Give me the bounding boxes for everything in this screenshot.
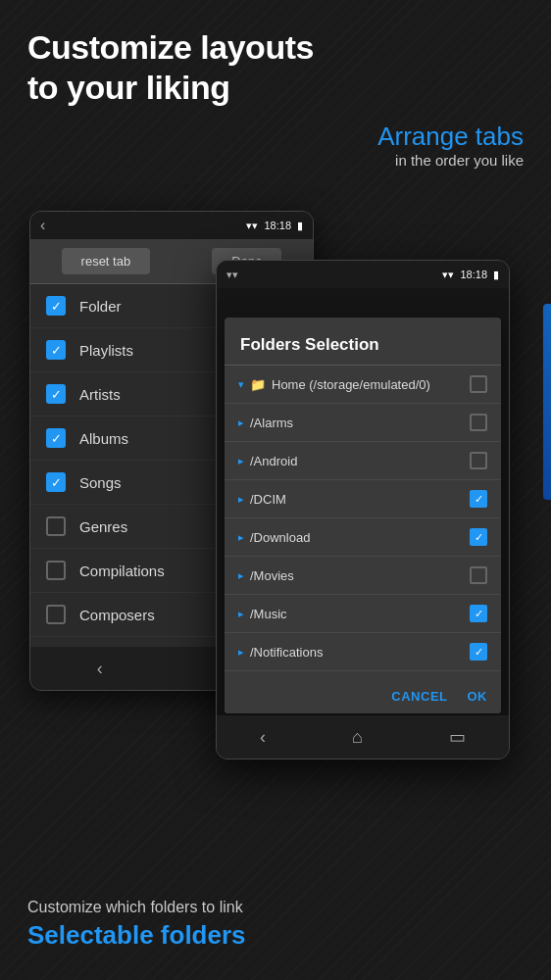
fg-phone-status-bar: ▾▾ ▾▾ 18:18 ▮ [217, 261, 509, 288]
fg-back-nav[interactable]: ‹ [260, 727, 266, 748]
dialog-list-item[interactable]: ▸/Download✓ [225, 518, 501, 557]
expand-arrow-icon: ▸ [238, 569, 244, 582]
item-label: Folder [79, 298, 122, 315]
item-label: Compilations [79, 563, 165, 579]
arrange-subtitle: in the order you like [0, 152, 524, 169]
folder-checkbox[interactable] [470, 375, 487, 393]
folder-label: Home (/storage/emulated/0) [272, 377, 470, 392]
expand-arrow-icon: ▸ [238, 531, 244, 544]
fg-time: 18:18 [460, 269, 487, 280]
dialog-list-item[interactable]: ▸/Pictures [225, 671, 501, 679]
phones-container: ‹ ▾▾ 18:18 ▮ reset tab Done ✓Folder✓Play… [0, 211, 551, 818]
bg-back-icon[interactable]: ‹ [40, 217, 45, 234]
fg-home-nav[interactable]: ⌂ [352, 727, 363, 748]
dialog-list-item[interactable]: ▸/Notifications✓ [225, 633, 501, 671]
checkbox[interactable]: ✓ [46, 340, 66, 360]
expand-arrow-icon: ▾ [238, 378, 244, 391]
folder-checkbox[interactable]: ✓ [470, 643, 487, 661]
item-label: Genres [79, 518, 127, 535]
checkbox[interactable] [46, 561, 66, 580]
expand-arrow-icon: ▸ [238, 608, 244, 620]
arrange-section: Arrange tabs in the order you like [0, 108, 551, 169]
fg-status-icons: ▾▾ 18:18 ▮ [442, 269, 499, 281]
bg-time: 18:18 [264, 220, 291, 231]
bottom-description: Customize which folders to link [27, 899, 246, 916]
folder-label: /Notifications [250, 645, 470, 660]
bg-wifi-icon: ▾▾ [246, 220, 258, 232]
checkbox[interactable] [46, 605, 66, 624]
item-label: Albums [79, 430, 128, 447]
item-label: Artists [79, 386, 121, 403]
folder-label: /Music [250, 607, 470, 621]
checkbox[interactable]: ✓ [46, 472, 66, 492]
folder-label: /Download [250, 530, 470, 545]
folder-label: /Android [250, 454, 470, 468]
fg-battery-icon: ▮ [493, 269, 499, 281]
checkbox[interactable] [46, 516, 66, 536]
folder-checkbox[interactable] [470, 566, 487, 584]
page: Customize layouts to your liking Arrange… [0, 0, 551, 980]
bottom-title: Selectable folders [27, 920, 246, 951]
dialog-list: ▾📁Home (/storage/emulated/0)▸/Alarms▸/An… [225, 366, 501, 679]
folder-checkbox[interactable]: ✓ [470, 490, 487, 508]
dialog-list-item[interactable]: ▸/Music✓ [225, 595, 501, 633]
folder-checkbox[interactable] [470, 452, 487, 469]
fg-wifi-icon: ▾▾ [442, 269, 454, 281]
fg-signal-icon: ▾▾ [226, 269, 238, 281]
dialog-title: Folders Selection [225, 318, 501, 366]
dialog-list-item[interactable]: ▾📁Home (/storage/emulated/0) [225, 366, 501, 404]
bg-phone-status-bar: ‹ ▾▾ 18:18 ▮ [30, 212, 313, 239]
bg-battery-icon: ▮ [297, 220, 303, 232]
dialog-list-item[interactable]: ▸/Alarms [225, 404, 501, 442]
checkbox[interactable]: ✓ [46, 296, 66, 316]
expand-arrow-icon: ▸ [238, 455, 244, 467]
fg-phone: ▾▾ ▾▾ 18:18 ▮ Folders Selection ▾📁Home (… [216, 260, 510, 760]
dialog-actions: CANCEL OK [225, 679, 501, 713]
bottom-section: Customize which folders to link Selectab… [27, 899, 246, 951]
folder-checkbox[interactable]: ✓ [470, 528, 487, 546]
reset-tab-button[interactable]: reset tab [62, 248, 151, 274]
cancel-button[interactable]: CANCEL [391, 689, 447, 704]
hero-section: Customize layouts to your liking [0, 0, 551, 108]
folder-checkbox[interactable]: ✓ [470, 605, 487, 622]
expand-arrow-icon: ▸ [238, 646, 244, 659]
dialog-list-item[interactable]: ▸/Movies [225, 557, 501, 595]
dialog-list-item[interactable]: ▸/DCIM✓ [225, 480, 501, 518]
expand-arrow-icon: ▸ [238, 416, 244, 429]
checkbox[interactable]: ✓ [46, 384, 66, 404]
arrange-title: Arrange tabs [0, 122, 524, 152]
item-label: Songs [79, 474, 122, 491]
folder-label: /Alarms [250, 416, 470, 430]
bg-status-icons: ▾▾ 18:18 ▮ [246, 220, 303, 232]
folder-checkbox[interactable] [470, 414, 487, 431]
folder-label: /DCIM [250, 492, 470, 507]
folders-selection-dialog: Folders Selection ▾📁Home (/storage/emula… [225, 318, 501, 713]
ok-button[interactable]: OK [468, 689, 488, 704]
folder-icon: 📁 [250, 377, 266, 392]
folder-label: /Movies [250, 568, 470, 583]
fg-recent-nav[interactable]: ▭ [449, 726, 466, 748]
bg-back-nav[interactable]: ‹ [97, 659, 103, 679]
dialog-list-item[interactable]: ▸/Android [225, 442, 501, 480]
hero-title: Customize layouts to your liking [27, 27, 524, 108]
fg-nav-bar: ‹ ⌂ ▭ [217, 715, 509, 759]
item-label: Playlists [79, 342, 133, 359]
item-label: Composers [79, 607, 155, 623]
expand-arrow-icon: ▸ [238, 493, 244, 506]
checkbox[interactable]: ✓ [46, 428, 66, 448]
dialog-overlay: Folders Selection ▾📁Home (/storage/emula… [217, 288, 509, 715]
